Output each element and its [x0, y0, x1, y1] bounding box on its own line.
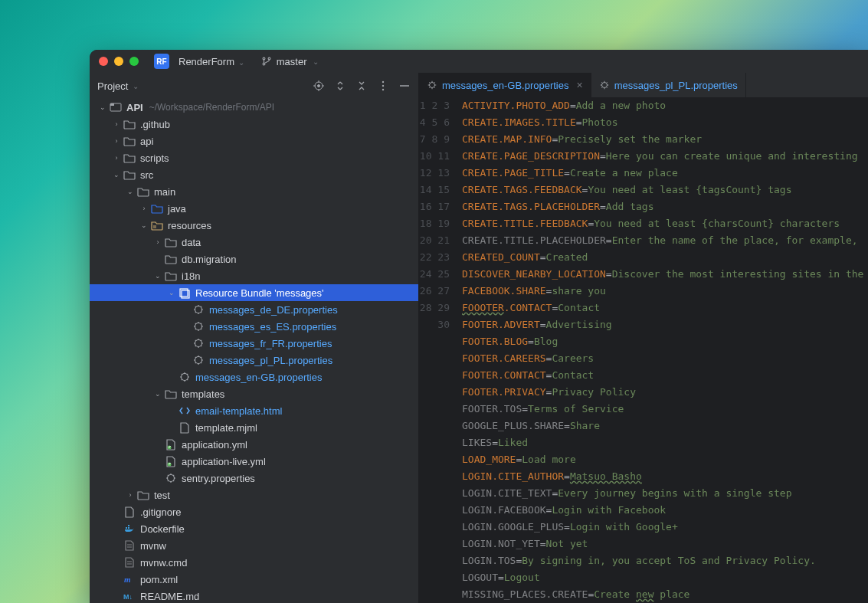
chevron-icon[interactable]: ⌄ [139, 221, 149, 229]
tree-row[interactable]: ⌄API~/Workspace/RenderForm/API [90, 99, 418, 116]
tree-row[interactable]: messages_pl_PL.properties [90, 352, 418, 369]
tree-row[interactable]: ⌄resources [90, 217, 418, 234]
tree-row[interactable]: ›test [90, 487, 418, 503]
expand-icon[interactable] [334, 80, 346, 92]
editor-tab[interactable]: messages_pl_PL.properties [591, 73, 746, 97]
folder-icon [165, 236, 177, 248]
folder-icon [165, 253, 177, 265]
props-icon [179, 371, 191, 383]
tree-row[interactable]: ⌄templates [90, 385, 418, 402]
src-folder-icon [151, 202, 163, 215]
props-icon [192, 337, 205, 349]
project-panel: Project ⌄ ⌄API~/Workspace/RenderForm/API… [90, 73, 419, 603]
svg-point-2 [268, 57, 270, 60]
tree-label: .github [140, 119, 170, 130]
tree-row[interactable]: .gitignore [90, 503, 418, 520]
tree-label: messages_es_ES.properties [209, 321, 336, 333]
close-tab-icon[interactable]: × [576, 79, 582, 91]
tree-row[interactable]: ›api [90, 133, 418, 149]
file-icon [123, 506, 136, 518]
tree-row[interactable]: ⌄src [90, 166, 418, 183]
tree-label: email-template.html [195, 405, 282, 417]
tree-row[interactable]: application-live.yml [90, 453, 418, 470]
tree-label: sentry.properties [182, 473, 255, 484]
chevron-icon[interactable]: › [111, 137, 122, 145]
tree-label: main [154, 186, 175, 198]
panel-title[interactable]: Project [97, 80, 128, 92]
tree-row[interactable]: messages_de_DE.properties [90, 301, 418, 318]
tree-row[interactable]: ›scripts [90, 149, 418, 166]
tree-row[interactable]: ⌄i18n [90, 267, 418, 284]
tree-row[interactable]: mvnw.cmd [90, 554, 418, 571]
target-icon[interactable] [313, 80, 325, 92]
maximize-window-button[interactable] [129, 57, 139, 66]
chevron-icon[interactable]: › [111, 120, 122, 128]
code-content[interactable]: ACTIVITY.PHOTO_ADD=Add a new photo CREAT… [459, 97, 868, 603]
tree-label: Dockerfile [140, 523, 185, 535]
tree-row[interactable]: Dockerfile [90, 520, 418, 537]
tree-row[interactable]: ›.github [90, 116, 418, 133]
chevron-icon[interactable]: › [111, 154, 122, 162]
titlebar: RF RenderForm ⌄ master ⌄ [90, 50, 868, 73]
tree-label: test [154, 490, 170, 501]
tree-label: messages_fr_FR.properties [209, 338, 332, 349]
tree-row[interactable]: M↓README.md [90, 588, 418, 603]
chevron-icon[interactable]: › [125, 491, 136, 499]
svg-text:M↓: M↓ [123, 593, 133, 601]
props-icon [192, 354, 205, 366]
tree-row[interactable]: sentry.properties [90, 470, 418, 487]
tree-row[interactable]: mpom.xml [90, 571, 418, 588]
editor[interactable]: 1 2 3 4 5 6 7 8 9 10 11 12 13 14 15 16 1… [419, 97, 868, 603]
yml-icon [165, 455, 177, 467]
project-icon [110, 101, 122, 113]
chevron-icon[interactable]: ⌄ [152, 390, 163, 398]
tree-row[interactable]: messages_es_ES.properties [90, 318, 418, 335]
svg-point-7 [382, 89, 384, 90]
tree-row[interactable]: messages_en-GB.properties [90, 369, 418, 385]
project-badge: RF [154, 54, 169, 69]
tree-label: pom.xml [140, 574, 178, 585]
tree-label: templates [182, 388, 224, 400]
more-icon[interactable] [377, 80, 389, 92]
chevron-icon[interactable]: › [152, 238, 163, 246]
editor-tab[interactable]: messages_en-GB.properties× [419, 73, 591, 97]
chevron-icon[interactable]: ⌄ [97, 103, 108, 111]
bundle-icon [179, 287, 191, 299]
chevron-icon[interactable]: ⌄ [111, 171, 122, 179]
project-name[interactable]: RenderForm ⌄ [179, 56, 244, 67]
svg-point-1 [263, 63, 265, 65]
folder-icon [123, 135, 136, 147]
editor-area: messages_en-GB.properties×messages_pl_PL… [419, 73, 868, 603]
chevron-icon[interactable]: › [139, 205, 149, 212]
tree-label: README.md [140, 591, 199, 602]
html-icon [179, 405, 191, 417]
chevron-icon[interactable]: ⌄ [125, 188, 136, 195]
hide-panel-icon[interactable] [398, 80, 411, 92]
folder-icon [165, 270, 177, 282]
tree-label: messages_pl_PL.properties [209, 355, 332, 366]
tree-row[interactable]: application.yml [90, 436, 418, 453]
tree-row[interactable]: ›data [90, 234, 418, 251]
tree-row[interactable]: mvnw [90, 537, 418, 554]
file-icon [179, 421, 191, 434]
close-window-button[interactable] [99, 57, 108, 66]
tree-row[interactable]: email-template.html [90, 402, 418, 419]
tree-row[interactable]: ›java [90, 200, 418, 217]
collapse-icon[interactable] [355, 80, 368, 92]
tree-label: application-live.yml [182, 456, 266, 467]
project-panel-header: Project ⌄ [90, 73, 418, 99]
tree-row[interactable]: ⌄main [90, 183, 418, 200]
svg-rect-10 [153, 225, 156, 228]
chevron-icon[interactable]: ⌄ [152, 272, 163, 280]
properties-icon [427, 80, 437, 90]
tree-row[interactable]: ⌄Resource Bundle 'messages' [90, 284, 418, 301]
project-tree[interactable]: ⌄API~/Workspace/RenderForm/API›.github›a… [90, 99, 418, 603]
tree-row[interactable]: db.migration [90, 251, 418, 267]
chevron-icon[interactable]: ⌄ [166, 289, 177, 297]
tree-row[interactable]: template.mjml [90, 419, 418, 436]
vcs-branch[interactable]: master ⌄ [261, 56, 319, 67]
editor-tabs: messages_en-GB.properties×messages_pl_PL… [419, 73, 868, 97]
minimize-window-button[interactable] [114, 57, 123, 66]
tree-row[interactable]: messages_fr_FR.properties [90, 335, 418, 352]
tree-label: scripts [140, 152, 169, 164]
